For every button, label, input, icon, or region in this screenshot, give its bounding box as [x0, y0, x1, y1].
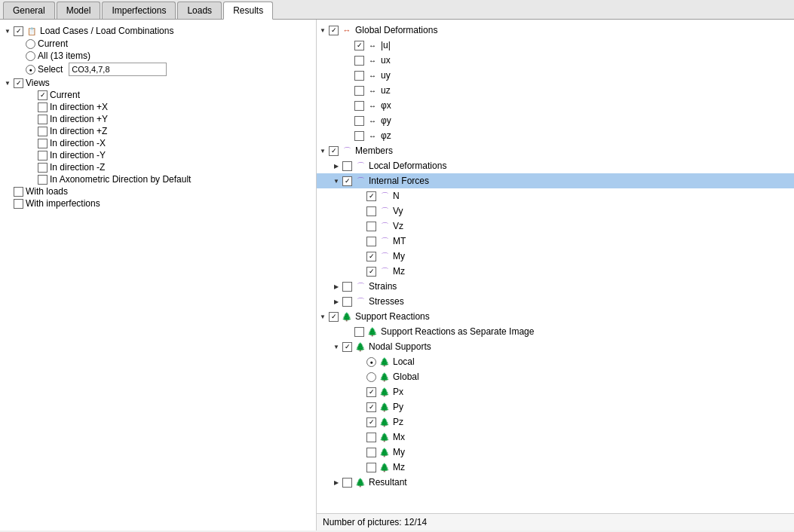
views-row: ▼ Views [3, 77, 313, 89]
checkbox-gd-phiz[interactable] [354, 131, 364, 141]
view-axon-row: In Axonometric Direction by Default [3, 173, 313, 185]
expand-members[interactable]: ▼ [318, 146, 327, 155]
checkbox-support-reactions[interactable] [329, 312, 339, 322]
checkbox-gd-phix[interactable] [354, 101, 364, 111]
checkbox-gd-ux[interactable] [354, 56, 364, 66]
checkbox-gd-uy[interactable] [354, 71, 364, 81]
tab-results[interactable]: Results [223, 2, 273, 20]
tab-general[interactable]: General [3, 2, 55, 19]
checkbox-view-pz[interactable] [38, 127, 48, 136]
tab-imperfections[interactable]: Imperfections [102, 2, 176, 19]
checkbox-local-deformations[interactable] [342, 161, 352, 171]
checkbox-members[interactable] [329, 146, 339, 156]
checkbox-with-loads[interactable] [14, 187, 23, 197]
view-current-row: Current [3, 89, 313, 101]
ns-mz-row: 🌲 Mz [317, 460, 794, 475]
checkbox-view-current[interactable] [38, 90, 48, 100]
ns-mx-icon: 🌲 [379, 431, 391, 443]
ns-pz-icon: 🌲 [379, 416, 391, 428]
view-current-label: Current [50, 90, 80, 100]
view-nx-row: In direction -X [3, 137, 313, 149]
expand-resultant[interactable]: ▶ [332, 478, 341, 487]
expand-local-deformations[interactable]: ▶ [332, 161, 341, 170]
gd-phiz-row: ↔ φz [317, 128, 794, 143]
checkbox-sr-separate[interactable] [354, 327, 364, 337]
radio-current-label: Current [38, 38, 68, 49]
checkbox-views[interactable] [14, 78, 23, 88]
radio-current[interactable] [26, 39, 35, 49]
ns-my-label: My [393, 447, 405, 457]
if-mt-label: MT [393, 236, 406, 246]
views-label: Views [26, 78, 50, 88]
tab-loads[interactable]: Loads [177, 2, 222, 19]
checkbox-ns-px[interactable] [366, 387, 376, 397]
view-py-row: In direction +Y [3, 113, 313, 125]
checkbox-view-nx[interactable] [38, 139, 48, 148]
checkbox-internal-forces[interactable] [342, 176, 352, 186]
if-n-icon: ⌒ [379, 190, 391, 202]
checkbox-view-py[interactable] [38, 115, 48, 124]
if-vz-label: Vz [393, 221, 403, 231]
ns-px-icon: 🌲 [379, 386, 391, 398]
radio-select-row: ▶ Select [3, 62, 313, 77]
checkbox-resultant[interactable] [342, 478, 352, 488]
expand-strains[interactable]: ▶ [332, 282, 341, 291]
checkbox-if-vy[interactable] [366, 206, 376, 216]
load-cases-row: ▼ 📋 Load Cases / Load Combinations [3, 24, 313, 38]
checkbox-nodal-supports[interactable] [342, 342, 352, 352]
ns-px-row: 🌲 Px [317, 384, 794, 399]
gd-phiy-label: φy [381, 115, 391, 126]
checkbox-gd-uz[interactable] [354, 86, 364, 96]
expand-views[interactable]: ▼ [3, 78, 12, 87]
checkbox-if-my[interactable] [366, 252, 376, 261]
checkbox-ns-mx[interactable] [366, 433, 376, 442]
if-mt-icon: ⌒ [379, 235, 391, 247]
checkbox-ns-mz[interactable] [366, 463, 376, 472]
checkbox-ns-my[interactable] [366, 448, 376, 457]
select-input[interactable] [69, 63, 167, 76]
expand-support-reactions[interactable]: ▼ [318, 312, 327, 321]
radio-all[interactable] [26, 51, 35, 61]
radio-ns-global[interactable] [366, 372, 376, 382]
nodal-supports-row: ▼ 🌲 Nodal Supports [317, 339, 794, 354]
radio-ns-local[interactable] [366, 357, 376, 367]
checkbox-stresses[interactable] [342, 297, 352, 307]
if-n-row: ⌒ N [317, 188, 794, 203]
checkbox-view-px[interactable] [38, 102, 48, 112]
checkbox-if-mt[interactable] [366, 237, 376, 246]
strains-label: Strains [369, 281, 397, 292]
ns-local-label: Local [393, 356, 415, 367]
expand-nodal-supports[interactable]: ▼ [332, 342, 341, 351]
checkbox-if-n[interactable] [366, 191, 376, 201]
gd-phiz-icon: ↔ [366, 130, 379, 142]
global-deformations-icon: ↔ [341, 24, 353, 36]
tab-model[interactable]: Model [57, 2, 101, 19]
checkbox-view-nz[interactable] [38, 163, 48, 173]
checkbox-with-imperfections[interactable] [14, 199, 23, 209]
checkbox-if-mz[interactable] [366, 267, 376, 277]
checkbox-view-axon[interactable] [38, 175, 48, 185]
checkbox-global-deformations[interactable] [329, 26, 339, 35]
expand-internal-forces[interactable]: ▼ [332, 176, 341, 185]
ns-local-icon: 🌲 [379, 356, 391, 368]
gd-ux-icon: ↔ [366, 54, 379, 66]
radio-all-label: All (13 items) [38, 50, 90, 61]
checkbox-ns-py[interactable] [366, 402, 376, 412]
nodal-supports-label: Nodal Supports [369, 341, 431, 352]
checkbox-ns-pz[interactable] [366, 417, 376, 427]
checkbox-strains[interactable] [342, 282, 352, 292]
expand-stresses[interactable]: ▶ [332, 297, 341, 306]
members-row: ▼ ⌒ Members [317, 143, 794, 158]
checkbox-if-vz[interactable] [366, 222, 376, 231]
checkbox-gd-phiy[interactable] [354, 116, 364, 126]
radio-select[interactable] [26, 65, 35, 75]
expand-global-deformations[interactable]: ▼ [318, 26, 327, 35]
expand-load-cases[interactable]: ▼ [3, 26, 12, 35]
right-panel-wrapper: ▼ ↔ Global Deformations ↔ |u| ↔ ux [317, 20, 794, 530]
checkbox-view-ny[interactable] [38, 151, 48, 161]
checkbox-gd-u[interactable] [354, 41, 364, 50]
support-reactions-row: ▼ 🌲 Support Reactions [317, 309, 794, 324]
internal-forces-row: ▼ ⌒ Internal Forces [317, 173, 794, 188]
internal-forces-label: Internal Forces [369, 176, 429, 186]
checkbox-load-cases[interactable] [14, 26, 23, 36]
